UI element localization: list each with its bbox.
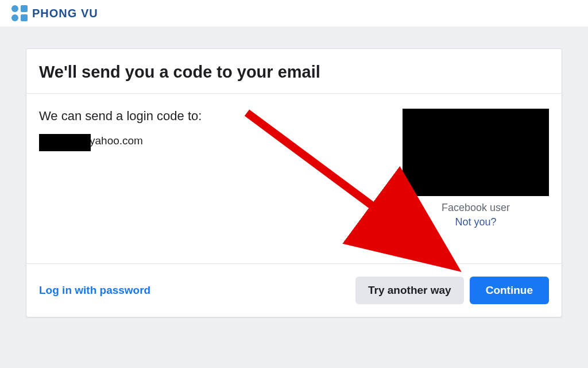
left-column: We can send a login code to: yahoo.com — [39, 109, 403, 258]
page-background: We'll send you a code to your email We c… — [0, 26, 588, 368]
continue-button[interactable]: Continue — [470, 277, 549, 304]
card-title: We'll send you a code to your email — [39, 63, 549, 82]
login-with-password-link[interactable]: Log in with password — [39, 284, 150, 297]
brand-logo-icon — [11, 5, 28, 21]
email-visible-part: yahoo.com — [90, 135, 143, 147]
card-body: We can send a login code to: yahoo.com F… — [26, 94, 562, 263]
try-another-way-button[interactable]: Try another way — [355, 277, 464, 304]
login-code-card: We'll send you a code to your email We c… — [26, 48, 562, 317]
redacted-avatar — [403, 109, 549, 196]
redacted-email-prefix — [39, 134, 91, 151]
brand-logo: PHONG VU — [11, 5, 98, 21]
top-bar: PHONG VU — [0, 0, 588, 26]
right-column: Facebook user Not you? — [403, 109, 549, 258]
intro-text: We can send a login code to: — [39, 109, 403, 124]
user-label: Facebook user — [442, 202, 510, 214]
email-row: yahoo.com — [39, 134, 403, 148]
card-footer: Log in with password Try another way Con… — [26, 263, 562, 317]
not-you-link[interactable]: Not you? — [455, 216, 496, 228]
card-header: We'll send you a code to your email — [26, 49, 562, 94]
brand-name: PHONG VU — [32, 7, 98, 20]
